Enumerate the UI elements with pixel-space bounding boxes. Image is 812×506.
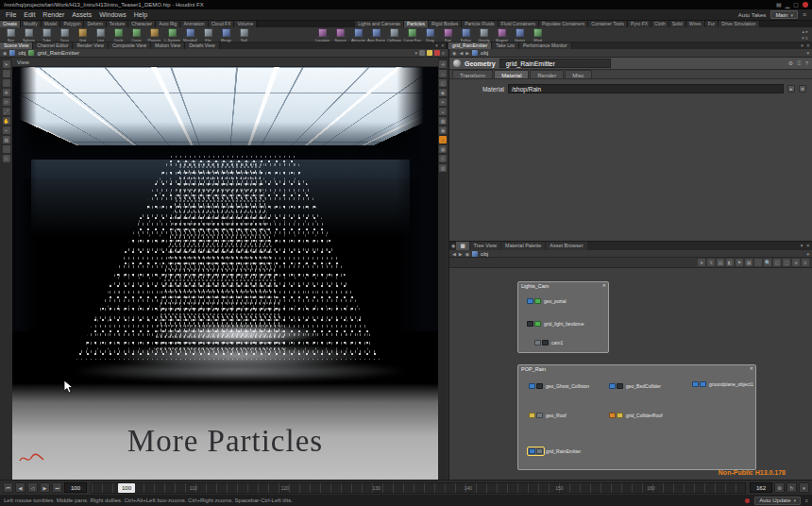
shelf-tab-fluid-containers[interactable]: Fluid Containers <box>499 21 539 27</box>
pane-close-icon[interactable]: ✕ <box>805 242 810 250</box>
path-context[interactable]: obj <box>481 50 488 56</box>
view-lock-icon[interactable]: ⚿ <box>439 155 447 162</box>
node-cam1[interactable]: cam1 <box>533 339 563 346</box>
tab-motion-view[interactable]: Motion View <box>151 42 185 49</box>
tool-attractor[interactable]: Attractor <box>349 28 367 42</box>
shelf-tab-wires[interactable]: Wires <box>686 21 705 27</box>
tab-material-palette[interactable]: Material Palette <box>501 242 545 250</box>
node-grid-colliderroof[interactable]: grid_ColliderRoof <box>608 412 663 419</box>
tool-sphere[interactable]: Sphere <box>20 28 38 42</box>
path-context[interactable]: obj <box>18 50 25 56</box>
maximize-icon[interactable]: ▢ <box>793 1 799 8</box>
end-frame-field[interactable]: 162 <box>750 482 772 493</box>
scale-tool-icon[interactable]: ⤢ <box>3 108 10 115</box>
net-snap-icon[interactable]: ∙ <box>754 259 762 266</box>
shelf-tab-autorig[interactable]: Auto Rig <box>156 21 180 27</box>
go-start-icon[interactable]: ⏮ <box>3 482 13 493</box>
pin-icon[interactable]: ◉ <box>451 242 455 250</box>
tool-box[interactable]: Box <box>2 28 20 42</box>
tab-render[interactable]: Render <box>530 70 564 78</box>
network-canvas[interactable]: Lights_Cam ✕ geo_portal grid_light_fando… <box>449 268 812 480</box>
chevron-down-icon[interactable]: ▾ <box>806 50 809 56</box>
pin-icon[interactable]: ◉ <box>3 50 7 56</box>
tool-merge[interactable]: Merge <box>217 28 235 42</box>
tool-magnet[interactable]: Magnet <box>493 28 511 42</box>
net-layout-icon[interactable]: ▤ <box>717 259 724 266</box>
net-color-icon[interactable]: ◧ <box>726 259 734 266</box>
node-geo-portal[interactable]: geo_portal <box>526 297 567 305</box>
shelf-tab-populate-containers[interactable]: Populate Containers <box>539 21 588 27</box>
grid-toggle-icon[interactable]: ▦ <box>439 145 447 153</box>
tool-lsystem[interactable]: L-System <box>163 28 181 42</box>
minimize-icon[interactable]: ▁ <box>786 1 790 8</box>
path-context[interactable]: obj <box>481 251 488 257</box>
lasso-select-icon[interactable]: ◌ <box>3 79 10 87</box>
window-menu-icon[interactable]: ▤ <box>776 1 782 8</box>
net-connect-icon[interactable]: ↯ <box>707 259 715 266</box>
parm-menu-icon[interactable]: ▾ <box>799 85 806 93</box>
node-geo-roof[interactable]: geo_Roof <box>528 412 567 419</box>
shading-mode-icon[interactable]: ◒ <box>439 108 447 115</box>
shelf-tab-pyrofx[interactable]: Pyro FX <box>628 21 651 27</box>
tool-torus[interactable]: Torus <box>56 28 74 42</box>
tool-curve-force[interactable]: Curve Force <box>403 28 421 42</box>
tool-platonic[interactable]: Platonic <box>145 28 163 42</box>
menu-file[interactable]: File <box>6 11 16 18</box>
tool-location[interactable]: Location <box>313 28 331 42</box>
tab-misc[interactable]: Misc <box>565 70 591 78</box>
shelf-tab-cloth[interactable]: Cloth <box>651 21 669 27</box>
tool-wind[interactable]: Wind <box>529 28 547 42</box>
close-icon[interactable]: ✕ <box>750 365 753 371</box>
tool-fan[interactable]: Fan <box>439 28 457 42</box>
menu-help[interactable]: Help <box>134 11 147 18</box>
tool-line[interactable]: Line <box>92 28 110 42</box>
tool-gravity[interactable]: Gravity <box>475 28 493 42</box>
next-frame-icon[interactable]: ⏭ <box>52 482 62 493</box>
shelf-tab-container-tools[interactable]: Container Tools <box>588 21 628 27</box>
playback-options-icon[interactable]: ⚙ <box>774 482 785 493</box>
shelf-scroll-down-icon[interactable]: ▾ ≡ <box>802 35 808 41</box>
shelf-tab-particles[interactable]: Particles <box>404 21 429 27</box>
close-icon[interactable]: ✕ <box>602 282 606 288</box>
secure-selection-icon[interactable]: ⚿ <box>3 155 10 162</box>
auto-takes-label[interactable]: Auto Takes <box>738 12 767 18</box>
nav-back-icon[interactable]: ◀ <box>459 50 463 56</box>
net-select-icon[interactable]: ➤ <box>698 259 705 266</box>
snap-grid-icon[interactable]: ▦ <box>3 136 10 143</box>
menu-edit[interactable]: Edit <box>24 11 35 18</box>
net-grid-icon[interactable]: ▦ <box>745 259 753 266</box>
shelf-tab-deform[interactable]: Deform <box>84 21 106 27</box>
shelf-tab-particle-fluids[interactable]: Particle Fluids <box>462 21 498 27</box>
shelf-tab-solid[interactable]: Solid <box>669 21 686 27</box>
play-icon[interactable]: ▶ <box>40 482 50 493</box>
pin-icon[interactable]: ◉ <box>465 251 469 257</box>
tab-render-view[interactable]: Render View <box>73 42 109 49</box>
tool-file[interactable]: File <box>199 28 217 42</box>
net-menu-icon[interactable]: ≡ <box>802 259 809 266</box>
display-options-icon[interactable]: ▣ <box>439 126 447 134</box>
help-icon[interactable]: ? <box>805 59 808 68</box>
pane-menu-icon[interactable]: ▾ <box>801 242 804 250</box>
viewport-3d-scene[interactable]: More Particles <box>12 67 438 480</box>
menu-windows[interactable]: Windows <box>99 11 126 18</box>
pin-icon[interactable]: ◉ <box>452 50 456 56</box>
net-zoom-icon[interactable]: 🔍 <box>764 259 771 266</box>
nav-forward-icon[interactable]: ▶ <box>459 251 463 257</box>
prev-frame-icon[interactable]: ◀ <box>15 482 25 493</box>
viewport-view-menu[interactable]: View <box>12 58 438 67</box>
view-tool-icon[interactable]: ✛ <box>439 60 447 68</box>
flipbook-icon[interactable] <box>427 50 432 56</box>
status-menu-icon[interactable]: ≡ <box>805 498 808 503</box>
desktop-menu-icon[interactable]: ≡ <box>803 11 806 18</box>
box-select-icon[interactable]: ⬚ <box>3 70 10 77</box>
range-menu-icon[interactable]: ▾ <box>799 482 809 493</box>
tab-asset-browser[interactable]: Asset Browser <box>546 242 586 250</box>
take-selector[interactable]: Main ▾ <box>770 10 798 19</box>
frame-all-icon[interactable]: ◱ <box>439 79 447 87</box>
wireframe-icon[interactable]: ▩ <box>439 117 447 125</box>
nav-forward-icon[interactable]: ▶ <box>465 50 469 56</box>
lighting-icon[interactable]: ☀ <box>439 98 447 106</box>
tool-null[interactable]: Null <box>235 28 253 42</box>
shelf-tab-create[interactable]: Create <box>0 21 21 27</box>
shelf-scroll-up-icon[interactable]: ▴ ▸ <box>802 28 808 34</box>
